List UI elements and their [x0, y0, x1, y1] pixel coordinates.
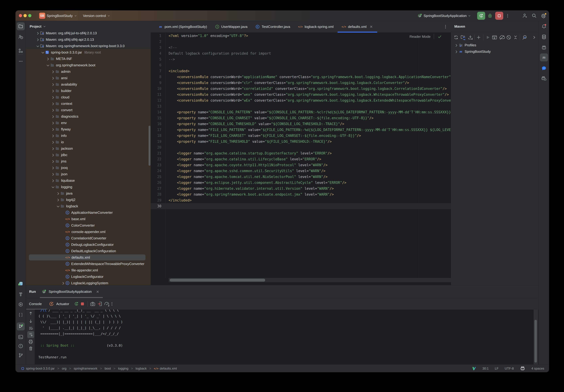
chevron-right-icon[interactable] — [51, 166, 55, 170]
indent-style[interactable]: 4 spaces — [531, 367, 544, 370]
offline-mode-toggle[interactable] — [499, 34, 506, 41]
project-tree-row[interactable]: CColorConverter — [61, 222, 95, 229]
attach-console-button[interactable] — [96, 300, 103, 307]
project-tree-row[interactable]: META-INF — [45, 55, 72, 62]
clear-console-button[interactable] — [27, 345, 34, 352]
chevron-right-icon[interactable] — [51, 102, 55, 106]
project-tree-row[interactable]: Maven: org.slf4j:slf4j-api:2.0.13 — [35, 36, 94, 43]
console-scrollbar[interactable] — [535, 320, 537, 363]
console-tab[interactable]: Console — [29, 298, 42, 310]
project-tree-row[interactable]: convert — [51, 107, 72, 113]
brackets-stripe-button[interactable] — [17, 311, 25, 319]
project-tree-row[interactable]: Maven: org.springframework.boot:spring-b… — [35, 43, 125, 49]
chat-stripe-button[interactable] — [540, 64, 548, 72]
line-number[interactable]: 11 — [151, 92, 161, 97]
chevron-right-icon[interactable] — [35, 38, 40, 41]
build-stripe-button[interactable] — [17, 290, 25, 298]
maven-tree-row[interactable]: Profiles — [454, 42, 476, 48]
chevron-right-icon[interactable] — [454, 43, 458, 47]
run-button[interactable] — [477, 12, 485, 20]
chevron-right-icon[interactable] — [51, 76, 55, 80]
chevron-right-icon[interactable] — [45, 57, 50, 61]
code-with-me-button[interactable] — [521, 12, 529, 20]
console-down-button[interactable] — [27, 318, 34, 325]
chevron-right-icon[interactable] — [51, 179, 55, 182]
caret-position[interactable]: 30:1 — [482, 367, 489, 370]
line-number[interactable]: 22 — [151, 156, 161, 162]
project-tree-row[interactable]: CDebugLogbackConfigurator — [61, 241, 114, 248]
close-icon[interactable] — [369, 25, 373, 29]
soft-wrap-toggle[interactable] — [27, 325, 34, 332]
project-tree-row[interactable]: CCorrelationIdConverter — [61, 235, 106, 241]
database-stripe-button[interactable] — [540, 33, 548, 41]
line-number[interactable]: 8 — [151, 74, 161, 80]
breadcrumb-item[interactable]: spring-boot-3.3.0.jar — [21, 367, 55, 370]
code-editor[interactable]: 1<?xml version="1.0" encoding="UTF-8"?>2… — [151, 33, 451, 278]
editor-tab[interactable]: CTestController.java — [251, 21, 294, 32]
reload-maven-button[interactable] — [452, 34, 460, 41]
maven-tree-row[interactable]: mSpringBootStudy — [454, 48, 491, 55]
download-sources-button[interactable] — [467, 34, 474, 41]
ai-assistant-icon[interactable] — [520, 366, 525, 371]
chevron-right-icon[interactable] — [35, 31, 40, 35]
add-maven-project-button[interactable] — [475, 34, 482, 41]
line-number[interactable]: 25 — [151, 174, 161, 180]
ai-assistant-stripe-button[interactable] — [540, 44, 548, 52]
line-number[interactable]: 10 — [151, 86, 161, 92]
run-tab[interactable]: SpringBootStudyApplication — [42, 285, 100, 298]
breadcrumb-item[interactable]: boot — [105, 367, 111, 370]
chevron-right-icon[interactable] — [61, 281, 65, 285]
terminal-stripe-button[interactable] — [17, 333, 25, 341]
project-tree-row[interactable]: io — [51, 139, 64, 145]
version-control-stripe-button[interactable] — [17, 351, 25, 359]
users-help-stripe-button[interactable]: ? — [17, 33, 25, 41]
search-everywhere-button[interactable] — [530, 12, 538, 20]
editor-horizontal-scrollbar[interactable] — [169, 278, 451, 282]
structure-stripe-button[interactable] — [17, 47, 25, 55]
project-tree-row[interactable]: builder — [51, 88, 71, 94]
line-number[interactable]: 7 — [151, 68, 161, 74]
robot-chat-stripe-button[interactable] — [540, 75, 548, 83]
breadcrumb-item[interactable]: </>defaults.xml — [154, 366, 177, 371]
line-number[interactable]: 21 — [151, 150, 161, 156]
chevron-right-icon[interactable] — [51, 82, 55, 86]
execute-maven-goal-button[interactable] — [491, 34, 498, 41]
chevron-right-icon[interactable] — [51, 127, 55, 131]
chevron-right-icon[interactable] — [454, 50, 458, 54]
project-tree-row[interactable]: java — [56, 190, 72, 197]
skip-tests-toggle[interactable] — [505, 34, 512, 41]
project-tree-row[interactable]: CDefaultLogbackConfiguration — [61, 248, 116, 254]
project-tree-row[interactable]: env — [51, 120, 67, 126]
thread-dump-button[interactable] — [89, 300, 96, 307]
chevron-down-icon[interactable] — [51, 185, 55, 189]
maven-stripe-button[interactable]: m — [540, 54, 548, 61]
line-number[interactable]: 5 — [151, 56, 161, 62]
project-tree-row[interactable]: Maven: org.slf4j:jul-to-slf4j:2.0.13 — [35, 30, 97, 36]
project-tree-row[interactable]: org.springframework.boot — [45, 62, 95, 68]
editor-tab[interactable]: IUserMapper.java — [211, 21, 252, 32]
line-number[interactable]: 1 — [151, 33, 161, 39]
chevron-right-icon[interactable] — [51, 140, 55, 144]
editor-tab-active[interactable]: </>defaults.xml — [338, 21, 377, 32]
line-number[interactable]: 17 — [151, 127, 161, 133]
project-tree-row[interactable]: liquibase — [51, 177, 75, 184]
line-number[interactable]: 23 — [151, 162, 161, 168]
notifications-stripe-button[interactable] — [540, 23, 548, 31]
problems-stripe-button[interactable] — [17, 342, 25, 350]
file-encoding[interactable]: UTF-8 — [505, 367, 514, 370]
console-up-button[interactable] — [27, 310, 34, 317]
project-tree-row[interactable]: availability — [51, 81, 77, 88]
print-button[interactable] — [27, 338, 34, 345]
more-actions-button[interactable] — [504, 12, 512, 20]
line-number[interactable]: 4 — [151, 51, 161, 56]
project-tree-row[interactable]: jackson — [51, 145, 73, 152]
chevron-right-icon[interactable] — [56, 198, 60, 202]
line-number[interactable]: 26 — [151, 180, 161, 186]
scroll-to-end-toggle[interactable] — [27, 331, 34, 338]
close-button[interactable] — [19, 14, 22, 17]
minimize-button[interactable] — [24, 14, 27, 17]
line-number[interactable]: 30 — [151, 203, 161, 209]
project-tree-row[interactable]: context — [51, 100, 72, 107]
more-tools-stripe-button[interactable] — [17, 57, 25, 65]
breadcrumb-item[interactable]: logback — [136, 367, 147, 370]
